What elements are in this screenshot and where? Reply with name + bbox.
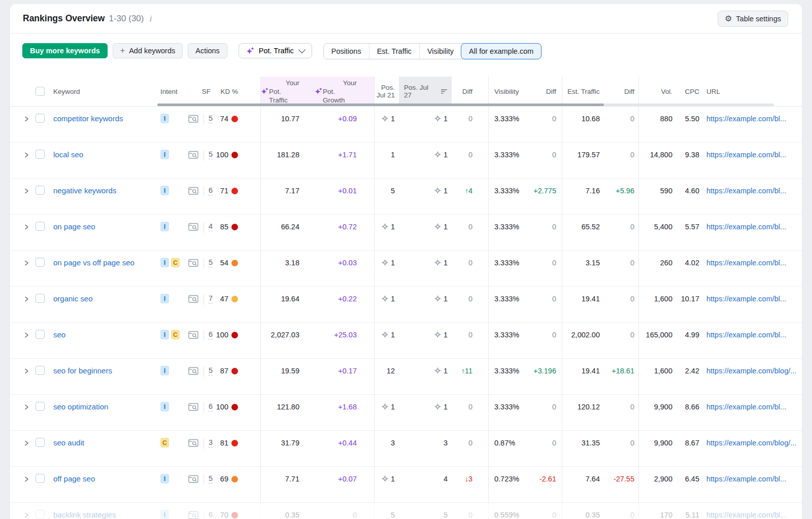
keyword-link[interactable]: local seo — [53, 150, 83, 160]
keyword-link[interactable]: seo for beginners — [53, 366, 112, 376]
col-diff-est[interactable]: Diff — [601, 77, 638, 106]
tab-positions[interactable]: Positions — [324, 44, 369, 59]
url-link[interactable]: https://example.com/blog/... — [706, 366, 796, 376]
metric-dropdown[interactable]: Pot. Traffic — [239, 43, 312, 58]
position-jul-21: 3 — [374, 431, 399, 466]
url-link[interactable]: https://example.com/bl... — [706, 294, 786, 304]
row-checkbox[interactable] — [36, 114, 45, 123]
col-intent[interactable]: Intent — [152, 77, 184, 106]
position-jul-21-number: 5 — [391, 186, 395, 196]
keyword-link[interactable]: backlink strategies — [53, 510, 116, 519]
col-sf[interactable]: SF — [184, 77, 212, 106]
select-all-checkbox[interactable] — [36, 87, 45, 96]
row-expander[interactable] — [10, 107, 32, 142]
actions-button[interactable]: Actions — [188, 43, 227, 58]
row-checkbox[interactable] — [36, 222, 45, 231]
col-volume[interactable]: Vol. — [638, 77, 675, 106]
url-link[interactable]: https://example.com/bl... — [706, 330, 786, 340]
col-est-traffic[interactable]: Est. Traffic — [562, 77, 601, 106]
row-checkbox[interactable] — [36, 186, 45, 195]
serp-features-cell: 7 — [184, 287, 212, 322]
visibility-diff: +3.196 — [523, 359, 562, 394]
row-expander[interactable] — [10, 143, 32, 178]
keyword-link[interactable]: competitor keywords — [53, 114, 123, 124]
row-checkbox[interactable] — [36, 330, 45, 339]
col-keyword[interactable]: Keyword — [45, 77, 152, 106]
row-checkbox[interactable] — [36, 294, 45, 303]
url-link[interactable]: https://example.com/bl... — [706, 150, 786, 160]
url-link[interactable]: https://example.com/bl... — [706, 474, 786, 484]
url-link[interactable]: https://example.com/bl... — [706, 402, 786, 412]
row-checkbox[interactable] — [36, 402, 45, 411]
row-expander[interactable] — [10, 179, 32, 214]
kd-value: 85 — [220, 222, 228, 232]
pot-traffic-value: 31.79 — [260, 431, 315, 466]
info-icon[interactable]: i — [149, 14, 151, 23]
col-cpc[interactable]: CPC — [675, 77, 700, 106]
ai-sparkles-icon — [315, 87, 323, 95]
row-expander[interactable] — [10, 251, 32, 286]
keyword-link[interactable]: seo audit — [53, 438, 84, 448]
est-traffic-diff: 0 — [601, 323, 638, 358]
keyword-link[interactable]: seo optimization — [53, 402, 108, 412]
row-expander[interactable] — [10, 467, 32, 502]
volume-value: 9,900 — [638, 431, 675, 466]
keyword-link[interactable]: off page seo — [53, 474, 95, 484]
url-link[interactable]: https://example.com/bl... — [706, 186, 786, 196]
tab-all-for-domain[interactable]: All for example.com — [461, 43, 542, 59]
add-keywords-button[interactable]: + Add keywords — [113, 43, 183, 58]
position-jul-21: 1 — [374, 215, 399, 250]
volume-value: 260 — [638, 251, 675, 286]
buy-more-keywords-button[interactable]: Buy more keywords — [22, 43, 108, 58]
volume-value: 2,900 — [638, 467, 675, 502]
row-checkbox[interactable] — [36, 366, 45, 375]
col-kd[interactable]: KD % — [212, 77, 260, 106]
col-pos-jul-27-sorted[interactable]: Pos. Jul 27 — [399, 77, 452, 106]
keyword-link[interactable]: on page vs off page seo — [53, 258, 134, 268]
col-diff-visibility[interactable]: Diff — [523, 77, 562, 106]
row-checkbox[interactable] — [36, 438, 45, 447]
url-link[interactable]: https://example.com/bl... — [706, 114, 786, 124]
keyword-cell: seo — [45, 323, 152, 358]
col-visibility[interactable]: Visibility — [488, 77, 523, 106]
row-checkbox[interactable] — [36, 258, 45, 267]
url-link[interactable]: https://example.com/blog/... — [706, 438, 796, 448]
position-jul-27: 1 — [399, 215, 452, 250]
url-link[interactable]: https://example.com/bl... — [706, 258, 786, 268]
intent-cell: C — [152, 431, 184, 466]
url-cell: https://example.com/bl... — [700, 467, 802, 502]
header-select-all[interactable] — [32, 77, 45, 106]
row-expander[interactable] — [10, 323, 32, 358]
row-expander[interactable] — [10, 395, 32, 430]
row-expander[interactable] — [10, 431, 32, 466]
row-expander[interactable] — [10, 215, 32, 250]
intent-badge-informational: I — [160, 474, 169, 483]
pot-growth-value: +0.01 — [315, 179, 374, 214]
est-traffic-value: 7.64 — [562, 467, 601, 502]
row-checkbox[interactable] — [36, 150, 45, 159]
tab-est-traffic[interactable]: Est. Traffic — [369, 44, 419, 59]
position-jul-27: 1 — [399, 395, 452, 430]
keyword-link[interactable]: negative keywords — [53, 186, 116, 196]
keyword-link[interactable]: on page seo — [53, 222, 95, 232]
url-link[interactable]: https://example.com/bl... — [706, 510, 786, 519]
est-traffic-value: 19.41 — [562, 287, 601, 322]
col-diff-pos[interactable]: Diff — [452, 77, 488, 106]
tab-visibility[interactable]: Visibility — [419, 44, 461, 59]
row-checkbox[interactable] — [36, 474, 45, 483]
url-link[interactable]: https://example.com/bl... — [706, 222, 786, 232]
row-expander[interactable] — [10, 287, 32, 322]
col-pot-traffic[interactable]: Your Pot. Traffic — [260, 77, 315, 106]
row-expander[interactable] — [10, 359, 32, 394]
col-pos-jul-21[interactable]: Pos. Jul 21 — [374, 77, 399, 106]
cpc-value: 8.67 — [675, 431, 700, 466]
col-url[interactable]: URL — [700, 77, 802, 106]
col-pot-growth[interactable]: Your Pot. Growth — [315, 77, 374, 106]
table-settings-button[interactable]: ⚙ Table settings — [718, 11, 788, 27]
keyword-link[interactable]: organic seo — [53, 294, 93, 304]
horizontal-scrollbar-thumb[interactable] — [157, 103, 604, 106]
serp-feature-diamond-icon — [434, 187, 442, 194]
row-expander[interactable] — [10, 503, 32, 519]
row-checkbox[interactable] — [36, 510, 45, 519]
keyword-link[interactable]: seo — [53, 330, 65, 340]
